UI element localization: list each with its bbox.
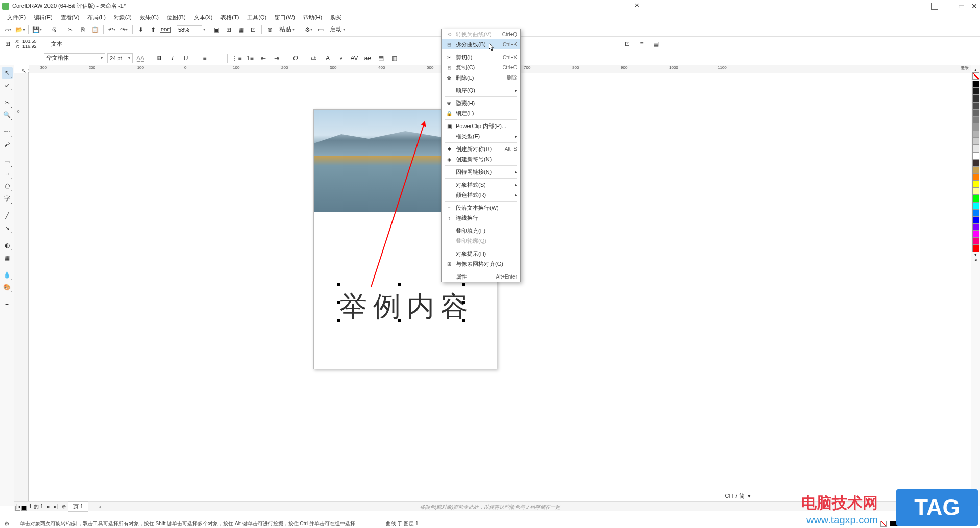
zoom-dropdown-icon[interactable]: ▾ [203, 27, 205, 32]
font-color-button[interactable]: A̲A̲ [135, 53, 146, 64]
close-button[interactable]: ✕ [971, 3, 978, 10]
underline-button[interactable]: U [180, 53, 191, 64]
import-button[interactable]: ⬇ [135, 24, 146, 35]
context-menu-item[interactable]: ⊞与像素网格对齐(G) [442, 259, 520, 269]
color-swatch[interactable] [972, 95, 979, 102]
selection-handle[interactable] [462, 283, 465, 286]
bullet-list-button[interactable]: ⋮≡ [231, 53, 242, 64]
artistic-media-tool[interactable]: 🖌 [2, 139, 13, 150]
context-menu-item[interactable]: 对象样式(S)▸ [442, 180, 520, 190]
color-swatch[interactable] [972, 188, 979, 195]
color-swatch[interactable] [972, 166, 979, 173]
color-swatch[interactable] [972, 131, 979, 138]
paste-button[interactable]: 📋 [89, 24, 101, 35]
launch-icon[interactable]: ▭ [315, 24, 326, 35]
color-swatch[interactable] [972, 138, 979, 145]
context-menu-item[interactable]: 对象提示(H) [442, 248, 520, 259]
group-button[interactable]: ⊡ [622, 38, 633, 49]
menu-layout[interactable]: 布局(L) [84, 13, 108, 22]
color-swatch[interactable] [972, 181, 979, 188]
vertical-ruler[interactable]: 0 [14, 73, 29, 506]
context-menu-item[interactable]: 叠印填充(F) [442, 225, 520, 236]
doc-no-color[interactable] [15, 506, 20, 511]
add-page-button[interactable]: ⊕ [60, 504, 68, 509]
color-swatch[interactable] [972, 173, 979, 181]
menu-object[interactable]: 对象(J) [111, 13, 135, 22]
color-swatch[interactable] [972, 223, 979, 231]
open-button[interactable]: 📂▾ [14, 24, 26, 35]
rectangle-tool[interactable]: ▭ [2, 156, 13, 167]
polygon-tool[interactable]: ⬠ [2, 181, 13, 192]
palette-up-icon[interactable]: ▴ [974, 67, 977, 72]
shape-tool[interactable]: ↙ [2, 80, 13, 91]
context-menu-item[interactable]: 🗑删除(L)删除 [442, 72, 520, 83]
menu-effects[interactable]: 效果(C) [137, 13, 162, 22]
ellipse-tool[interactable]: ○ [2, 168, 13, 180]
color-swatch[interactable] [972, 88, 979, 95]
ab-button[interactable]: ab| [309, 53, 320, 64]
caps-button[interactable]: A [322, 53, 333, 64]
connector-tool[interactable]: ↘ [2, 222, 13, 234]
pdf-button[interactable]: PDF [160, 24, 171, 35]
color-swatch[interactable] [972, 231, 979, 238]
context-menu-item[interactable]: ◈创建新符号(N) [442, 154, 520, 164]
color-swatch[interactable] [972, 81, 979, 88]
font-family-select[interactable]: 华文楷体▾ [44, 53, 105, 63]
color-swatch[interactable] [972, 159, 979, 166]
columns-button[interactable]: ▥ [388, 53, 400, 64]
doc-swatch-black[interactable] [21, 506, 27, 511]
context-menu-item[interactable]: 顺序(Q)▸ [442, 85, 520, 95]
context-menu-item[interactable]: 属性Alt+Enter [442, 271, 520, 282]
property-close-button[interactable]: × [635, 1, 639, 9]
freehand-tool[interactable]: 〰 [2, 127, 13, 138]
page-tab[interactable]: 页 1 [68, 501, 88, 512]
context-menu-item[interactable]: ▣PowerClip 内部(P)... [442, 121, 520, 131]
snap-button[interactable]: ⊕ [264, 24, 276, 35]
palette-flyout-icon[interactable]: ◂ [974, 257, 977, 262]
context-menu-item[interactable]: 因特网链接(N)▸ [442, 167, 520, 177]
doc-window-icon[interactable] [931, 3, 938, 10]
launch-dropdown[interactable]: 启动▾ [327, 23, 348, 35]
selection-handle[interactable] [337, 301, 340, 304]
font-size-select[interactable]: 24 pt▾ [107, 53, 133, 63]
text-frame-button[interactable]: ▤ [375, 53, 386, 64]
context-menu-item[interactable]: 框类型(F)▸ [442, 131, 520, 141]
minimize-button[interactable]: — [944, 3, 951, 10]
outdent-button[interactable]: ⇥ [271, 53, 282, 64]
text-object[interactable]: 举例内容 [339, 288, 474, 325]
grid-button[interactable]: ▦ [235, 24, 247, 35]
context-menu-item[interactable]: 🔒锁定(L) [442, 108, 520, 118]
no-color-swatch[interactable] [972, 72, 979, 80]
last-page-button[interactable]: ▸| [52, 504, 60, 509]
small-caps-button[interactable]: ᴀ [335, 53, 347, 64]
color-swatch[interactable] [972, 109, 979, 116]
undo-button[interactable]: ↶▾ [106, 24, 117, 35]
opentype-button[interactable]: O [290, 53, 301, 64]
menu-buy[interactable]: 购买 [327, 13, 345, 22]
color-swatch[interactable] [972, 152, 979, 159]
paste-dropdown[interactable]: 粘贴▾ [277, 23, 297, 35]
number-list-button[interactable]: 1≡ [244, 53, 256, 64]
context-menu-item[interactable]: 👁隐藏(H) [442, 98, 520, 108]
selection-handle[interactable] [337, 283, 340, 286]
pick-tool[interactable]: ↖ [2, 67, 13, 79]
context-menu-item[interactable]: ❖创建新对称(R)Alt+S [442, 144, 520, 154]
indent-button[interactable]: ⇤ [258, 53, 269, 64]
context-menu-item[interactable]: ⎘复制(C)Ctrl+C [442, 62, 520, 72]
bold-button[interactable]: B [154, 53, 165, 64]
color-swatch[interactable] [972, 216, 979, 223]
color-swatch[interactable] [972, 102, 979, 109]
selection-handle[interactable] [337, 319, 340, 322]
ligature-button[interactable]: ae [362, 53, 373, 64]
menu-tools[interactable]: 工具(Q) [244, 13, 270, 22]
menu-table[interactable]: 表格(T) [217, 13, 242, 22]
context-menu-item[interactable]: ✂剪切(I)Ctrl+X [442, 52, 520, 62]
align-center-button[interactable]: ≣ [212, 53, 224, 64]
new-button[interactable]: ▱▾ [2, 24, 13, 35]
fill-indicator[interactable] [880, 521, 887, 527]
color-swatch[interactable] [972, 202, 979, 209]
context-menu-item[interactable]: ⊟拆分曲线(B)Ctrl+K [442, 39, 520, 49]
gear-icon[interactable]: ⚙ [4, 520, 10, 527]
next-page-button[interactable]: ▸ [45, 504, 52, 509]
context-menu-item[interactable]: ↕连线换行 [442, 213, 520, 223]
